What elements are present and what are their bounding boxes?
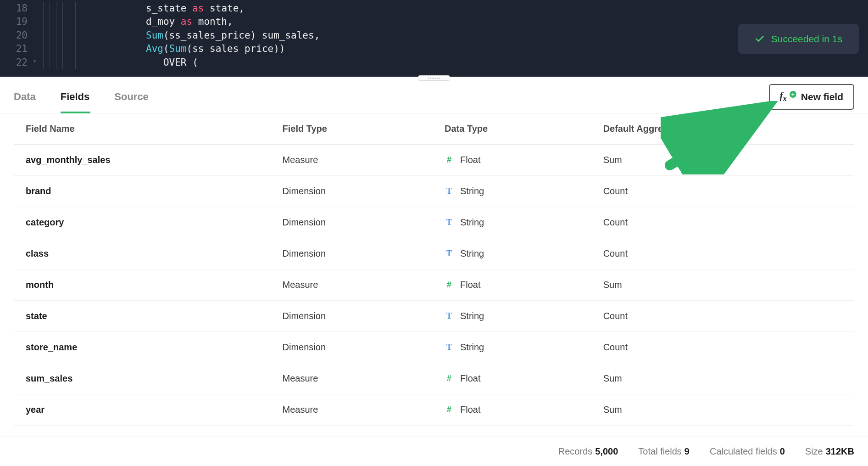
field-name-cell: brand [14, 176, 271, 207]
number-icon: # [445, 374, 454, 383]
plus-icon: + [790, 91, 796, 98]
data-type-cell: TString [433, 207, 591, 238]
query-status-text: Succeeded in 1s [771, 32, 842, 45]
data-type-cell: #Float [433, 363, 591, 394]
new-field-label: New field [801, 91, 843, 102]
data-type-cell: #Float [433, 269, 591, 301]
results-tabbar: DataFieldsSource fx+ New field [0, 80, 868, 113]
field-name-cell: sum_sales [14, 363, 271, 394]
tab-source[interactable]: Source [114, 81, 161, 113]
pane-resize-handle[interactable] [0, 77, 868, 80]
field-type-cell: Dimension [271, 301, 433, 332]
text-icon: T [445, 342, 454, 352]
aggregation-cell: Sum [591, 145, 854, 176]
field-type-cell: Measure [271, 269, 433, 301]
tab-fields[interactable]: Fields [61, 81, 103, 113]
data-type-label: String [460, 217, 484, 228]
field-type-cell: Dimension [271, 238, 433, 269]
table-row[interactable]: monthMeasure#FloatSum [14, 269, 854, 301]
data-type-label: Float [460, 373, 480, 384]
sql-editor[interactable]: 18s_state as state,19d_moy as month,20Su… [0, 0, 868, 77]
column-header[interactable]: Field Name [14, 113, 271, 145]
field-name-cell: category [14, 207, 271, 238]
data-type-cell: TString [433, 301, 591, 332]
field-name-cell: month [14, 269, 271, 301]
data-type-cell: TString [433, 332, 591, 363]
new-field-button[interactable]: fx+ New field [769, 84, 854, 110]
field-type-cell: Measure [271, 394, 433, 426]
table-body: avg_monthly_salesMeasure#FloatSumbrandDi… [14, 145, 854, 426]
column-header[interactable]: Data Type [433, 113, 591, 145]
table-row[interactable]: yearMeasure#FloatSum [14, 394, 854, 426]
field-name-cell: year [14, 394, 271, 426]
line-number: 18 [0, 2, 37, 15]
code-line[interactable]: 18s_state as state, [0, 2, 868, 15]
number-icon: # [445, 280, 454, 290]
aggregation-cell: Sum [591, 269, 854, 301]
aggregation-cell: Count [591, 301, 854, 332]
data-type-label: String [460, 311, 484, 321]
field-type-cell: Measure [271, 145, 433, 176]
field-type-cell: Dimension [271, 332, 433, 363]
tab-data[interactable]: Data [14, 81, 49, 113]
text-icon: T [445, 218, 454, 227]
aggregation-cell: Count [591, 176, 854, 207]
table-row[interactable]: categoryDimensionTStringCount [14, 207, 854, 238]
text-icon: T [445, 249, 454, 258]
query-status-badge: Succeeded in 1s [738, 24, 859, 54]
text-icon: T [445, 186, 454, 196]
data-type-cell: #Float [433, 394, 591, 426]
data-type-label: Float [460, 280, 480, 290]
field-name-cell: avg_monthly_sales [14, 145, 271, 176]
aggregation-cell: Count [591, 238, 854, 269]
code-line[interactable]: 22 OVER ( [0, 56, 868, 69]
table-row[interactable]: sum_salesMeasure#FloatSum [14, 363, 854, 394]
table-row[interactable]: classDimensionTStringCount [14, 238, 854, 269]
data-type-label: Float [460, 404, 480, 415]
column-header[interactable]: Default Aggregation [591, 113, 854, 145]
number-icon: # [445, 155, 454, 165]
field-type-cell: Dimension [271, 176, 433, 207]
field-name-cell: state [14, 301, 271, 332]
text-icon: T [445, 311, 454, 321]
aggregation-cell: Sum [591, 394, 854, 426]
fields-table: Field NameField TypeData TypeDefault Agg… [14, 113, 854, 426]
line-number: 20 [0, 29, 37, 42]
number-icon: # [445, 405, 454, 415]
data-type-cell: TString [433, 176, 591, 207]
data-type-label: String [460, 186, 484, 197]
aggregation-cell: Count [591, 332, 854, 363]
data-type-label: Float [460, 155, 480, 165]
table-row[interactable]: store_nameDimensionTStringCount [14, 332, 854, 363]
fields-table-wrap: Field NameField TypeData TypeDefault Agg… [0, 113, 868, 437]
aggregation-cell: Count [591, 207, 854, 238]
data-type-label: String [460, 248, 484, 259]
data-type-label: String [460, 342, 484, 353]
table-row[interactable]: brandDimensionTStringCount [14, 176, 854, 207]
footer-size: Size312KB [805, 446, 854, 457]
line-number: 19 [0, 15, 37, 28]
field-type-cell: Measure [271, 363, 433, 394]
field-name-cell: class [14, 238, 271, 269]
footer-records: Records5,000 [558, 446, 618, 457]
footer-total-fields: Total fields9 [638, 446, 690, 457]
status-footer: Records5,000 Total fields9 Calculated fi… [0, 437, 868, 466]
line-number: 22 [0, 56, 37, 69]
check-icon [755, 34, 765, 44]
table-row[interactable]: avg_monthly_salesMeasure#FloatSum [14, 145, 854, 176]
table-header-row: Field NameField TypeData TypeDefault Agg… [14, 113, 854, 145]
field-type-cell: Dimension [271, 207, 433, 238]
data-type-cell: #Float [433, 145, 591, 176]
data-type-cell: TString [433, 238, 591, 269]
table-row[interactable]: stateDimensionTStringCount [14, 301, 854, 332]
function-icon: fx [780, 90, 787, 103]
footer-calc-fields: Calculated fields0 [710, 446, 785, 457]
field-name-cell: store_name [14, 332, 271, 363]
column-header[interactable]: Field Type [271, 113, 433, 145]
aggregation-cell: Sum [591, 363, 854, 394]
line-number: 21 [0, 42, 37, 56]
